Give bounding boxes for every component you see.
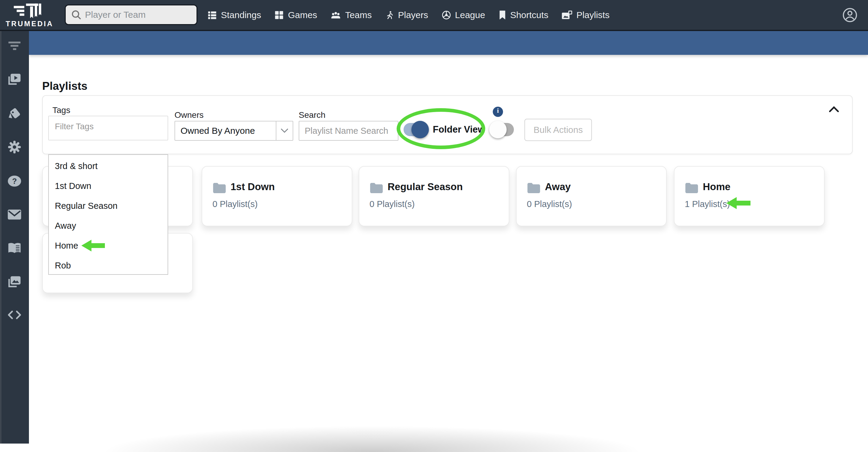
folder-icon bbox=[685, 182, 699, 194]
code-icon[interactable] bbox=[0, 309, 29, 321]
search-icon bbox=[70, 9, 82, 21]
tag-option[interactable]: Away bbox=[49, 216, 167, 236]
trumedia-logo[interactable]: TRUMEDIA bbox=[3, 1, 56, 29]
folder-view-label: Folder View bbox=[433, 121, 485, 138]
account-menu[interactable] bbox=[842, 7, 858, 24]
folder-count: 0 Playlist(s) bbox=[370, 199, 415, 209]
filter-panel: Tags Owners Owned By Anyone Search Folde… bbox=[42, 95, 852, 154]
folder-count: 1 Playlist(s) bbox=[685, 199, 730, 209]
mail-icon[interactable] bbox=[0, 208, 29, 221]
top-navigation-bar: TRUMEDIA Standings G bbox=[0, 0, 868, 31]
folder-view-toggle[interactable] bbox=[404, 123, 427, 136]
tag-option[interactable]: 1st Down bbox=[49, 176, 167, 196]
context-banner bbox=[29, 31, 868, 55]
bottom-shadow bbox=[33, 416, 711, 452]
nav-label: Teams bbox=[345, 10, 372, 20]
teams-icon bbox=[330, 10, 341, 20]
players-icon bbox=[385, 10, 394, 20]
nav-label: Games bbox=[288, 10, 317, 20]
global-search bbox=[65, 4, 197, 25]
playlist-search-label: Search bbox=[299, 110, 326, 120]
nav-item-teams[interactable]: Teams bbox=[330, 10, 372, 20]
nav-label: Playlists bbox=[576, 10, 610, 20]
brand-name: TRUMEDIA bbox=[3, 20, 56, 28]
help-icon[interactable]: ? bbox=[0, 174, 29, 188]
folder-name: Away bbox=[545, 181, 571, 193]
owners-select[interactable]: Owned By Anyone bbox=[175, 121, 293, 141]
tags-filter-box bbox=[48, 116, 168, 140]
league-icon bbox=[441, 10, 451, 20]
nav-label: Shortcuts bbox=[510, 10, 549, 20]
owners-label: Owners bbox=[175, 110, 204, 120]
playlists-page: TRUMEDIA Standings G bbox=[0, 0, 868, 452]
tags-icon[interactable] bbox=[0, 107, 29, 120]
shortcuts-icon bbox=[498, 10, 506, 20]
folder-name: Regular Season bbox=[388, 181, 463, 193]
playlist-search-box bbox=[299, 121, 398, 141]
folder-icon bbox=[527, 182, 541, 194]
chevron-down-icon bbox=[276, 122, 293, 140]
playlists-icon bbox=[561, 10, 572, 20]
folder-card-home[interactable]: Home 1 Playlist(s) bbox=[674, 166, 825, 226]
tag-option-home[interactable]: Home bbox=[49, 236, 167, 256]
settings-icon[interactable] bbox=[0, 140, 29, 154]
folder-card-1st-down[interactable]: 1st Down 0 Playlist(s) bbox=[202, 166, 352, 226]
folder-name: 1st Down bbox=[230, 181, 275, 193]
tags-filter-input[interactable] bbox=[49, 116, 167, 133]
tag-option[interactable]: 3rd & short bbox=[49, 156, 167, 176]
nav-item-games[interactable]: Games bbox=[274, 10, 317, 20]
folder-card-away[interactable]: Away 0 Playlist(s) bbox=[516, 166, 667, 226]
tags-label: Tags bbox=[53, 105, 70, 115]
collapse-panel-chevron-icon[interactable] bbox=[829, 106, 839, 113]
nav-item-league[interactable]: League bbox=[441, 10, 485, 20]
main-nav: Standings Games Teams bbox=[207, 0, 610, 30]
tag-option[interactable]: Regular Season bbox=[49, 196, 167, 216]
toggle-knob bbox=[489, 121, 507, 138]
folder-icon bbox=[370, 182, 383, 194]
folder-icon bbox=[213, 182, 226, 194]
playlist-search-input[interactable] bbox=[299, 126, 398, 136]
folder-count: 0 Playlist(s) bbox=[527, 199, 572, 209]
bulk-actions-button[interactable]: Bulk Actions bbox=[524, 119, 592, 141]
nav-item-standings[interactable]: Standings bbox=[207, 10, 261, 20]
page-title: Playlists bbox=[42, 80, 87, 93]
glossary-icon[interactable] bbox=[0, 242, 29, 255]
nav-item-players[interactable]: Players bbox=[385, 10, 428, 20]
nav-item-playlists[interactable]: Playlists bbox=[561, 10, 610, 20]
account-icon bbox=[842, 7, 858, 23]
folder-name: Home bbox=[703, 181, 731, 193]
left-sidebar: ? bbox=[0, 31, 29, 444]
nav-label: Players bbox=[398, 10, 428, 20]
games-icon bbox=[274, 10, 284, 20]
tags-dropdown: 3rd & short 1st Down Regular Season Away… bbox=[48, 154, 168, 275]
secondary-toggle[interactable] bbox=[491, 123, 514, 136]
owners-selected-value: Owned By Anyone bbox=[175, 126, 276, 136]
global-search-input[interactable] bbox=[82, 10, 196, 20]
nav-label: Standings bbox=[221, 10, 261, 20]
filter-icon[interactable] bbox=[0, 39, 29, 52]
video-playlists-icon[interactable] bbox=[0, 73, 29, 86]
nav-item-shortcuts[interactable]: Shortcuts bbox=[498, 10, 549, 20]
svg-text:?: ? bbox=[12, 177, 17, 185]
info-icon[interactable]: i bbox=[493, 107, 503, 117]
folder-count: 0 Playlist(s) bbox=[213, 199, 258, 209]
images-icon[interactable] bbox=[0, 275, 29, 288]
standings-icon bbox=[207, 10, 217, 20]
trumedia-logo-icon bbox=[12, 2, 47, 20]
toggle-knob bbox=[411, 121, 429, 138]
folder-card-regular-season[interactable]: Regular Season 0 Playlist(s) bbox=[359, 166, 509, 226]
nav-label: League bbox=[455, 10, 485, 20]
tag-option[interactable]: Rob bbox=[49, 256, 167, 276]
